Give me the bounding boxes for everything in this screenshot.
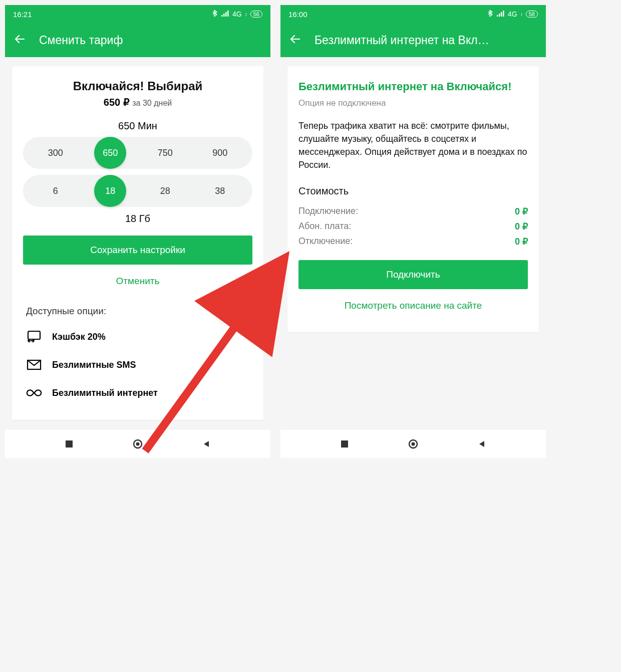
cost-label: Подключение: [298, 206, 358, 217]
option-label: Безлимитный интернет [52, 388, 158, 398]
nav-back-button[interactable] [477, 439, 487, 449]
minutes-label: 650 Мин [23, 120, 252, 132]
cost-label: Абон. плата: [298, 221, 351, 232]
option-sms[interactable]: Безлимитные SMS [23, 351, 252, 379]
svg-rect-3 [227, 11, 229, 17]
view-on-site-link[interactable]: Посмотреть описание на сайте [298, 292, 528, 319]
updown-icon: ↕ [520, 12, 523, 17]
app-bar: Сменить тариф [5, 23, 270, 57]
svg-rect-9 [497, 15, 498, 17]
option-cashback[interactable]: Кэшбэк 20% [23, 323, 252, 351]
svg-rect-1 [223, 14, 225, 17]
svg-rect-10 [499, 14, 500, 17]
infinity-icon [26, 386, 42, 400]
battery-icon: 56 [250, 11, 262, 18]
nav-back-button[interactable] [201, 439, 211, 449]
nav-home-button[interactable] [133, 439, 143, 449]
bluetooth-icon [213, 10, 218, 19]
nav-home-button[interactable] [408, 439, 418, 449]
svg-rect-13 [341, 440, 348, 447]
option-status: Опция не подключена [298, 98, 528, 108]
network-label: 4G [508, 10, 517, 18]
nav-recent-button[interactable] [64, 439, 74, 449]
svg-rect-11 [501, 12, 502, 17]
option-detail-card: Безлимитный интернет на Включайся! Опция… [287, 66, 539, 332]
status-indicators: 4G ↕ 58 [488, 10, 538, 19]
updown-icon: ↕ [245, 12, 247, 17]
gb-label: 18 Гб [23, 213, 252, 225]
minutes-option[interactable]: 750 [149, 137, 181, 169]
gb-option[interactable]: 38 [204, 175, 236, 207]
page-title: Сменить тариф [39, 34, 123, 47]
signal-icon [497, 10, 505, 18]
tariff-name: Включайся! Выбирай [23, 79, 252, 93]
nav-recent-button[interactable] [340, 439, 350, 449]
android-nav-bar [5, 429, 270, 458]
price-period: за 30 дней [132, 99, 172, 107]
cost-label: Отключение: [298, 236, 353, 247]
options-heading: Доступные опции: [26, 306, 252, 317]
back-icon[interactable] [289, 34, 300, 47]
save-button[interactable]: Сохранить настройки [23, 236, 252, 265]
gb-selector[interactable]: 6 18 28 38 [23, 175, 252, 207]
cost-row-disconnect: Отключение: 0 ₽ [298, 234, 528, 249]
status-bar: 16:00 4G ↕ 58 [280, 5, 546, 23]
connect-button[interactable]: Подключить [298, 260, 528, 289]
phone-left: 16:21 4G ↕ 56 Сменить тариф Включайся! В… [5, 5, 270, 458]
option-label: Безлимитные SMS [52, 360, 136, 370]
selector-block: 650 Мин 300 650 750 900 6 18 28 38 18 Гб [23, 120, 252, 225]
cost-value: 0 ₽ [515, 236, 528, 247]
option-unlimited-internet[interactable]: Безлимитный интернет [23, 379, 252, 407]
status-indicators: 4G ↕ 56 [213, 10, 262, 19]
bluetooth-icon [488, 10, 494, 19]
content-area: Безлимитный интернет на Включайся! Опция… [280, 57, 546, 429]
cost-value: 0 ₽ [515, 206, 528, 217]
cost-row-monthly: Абон. плата: 0 ₽ [298, 219, 528, 234]
svg-rect-6 [66, 440, 73, 447]
page-title: Безлимитный интернет на Вкл… [315, 34, 489, 47]
phone-right: 16:00 4G ↕ 58 Безлимитный интернет на Вк… [280, 5, 546, 458]
gb-option[interactable]: 28 [149, 175, 181, 207]
cost-row-connection: Подключение: 0 ₽ [298, 204, 528, 219]
battery-icon: 58 [526, 11, 538, 18]
status-bar: 16:21 4G ↕ 56 [5, 5, 270, 23]
option-title: Безлимитный интернет на Включайся! [298, 79, 528, 94]
svg-rect-4 [28, 331, 40, 339]
tariff-price: 650 ₽ за 30 дней [23, 96, 252, 108]
gb-option-selected[interactable]: 18 [94, 175, 126, 207]
app-bar: Безлимитный интернет на Вкл… [280, 23, 546, 57]
status-time: 16:21 [13, 10, 32, 19]
cancel-button[interactable]: Отменить [23, 268, 252, 295]
svg-point-15 [411, 442, 415, 445]
svg-point-8 [136, 442, 139, 445]
content-area: Включайся! Выбирай 650 ₽ за 30 дней 650 … [5, 57, 270, 429]
status-time: 16:00 [288, 10, 307, 19]
cost-heading: Стоимость [298, 185, 528, 197]
option-label: Кэшбэк 20% [52, 332, 106, 342]
sms-icon [26, 358, 42, 372]
price-value: 650 ₽ [104, 97, 130, 108]
minutes-option[interactable]: 300 [40, 137, 72, 169]
gb-option[interactable]: 6 [40, 175, 72, 207]
minutes-option[interactable]: 900 [204, 137, 236, 169]
svg-rect-2 [225, 12, 227, 17]
minutes-option-selected[interactable]: 650 [94, 137, 126, 169]
svg-rect-12 [503, 11, 504, 17]
cashback-icon [26, 330, 42, 344]
back-icon[interactable] [14, 34, 25, 47]
cost-value: 0 ₽ [515, 221, 528, 232]
option-description: Теперь трафика хватит на всё: смотрите ф… [298, 119, 528, 171]
svg-rect-0 [221, 15, 223, 17]
network-label: 4G [232, 10, 242, 18]
tariff-card: Включайся! Выбирай 650 ₽ за 30 дней 650 … [12, 66, 263, 420]
android-nav-bar [280, 429, 546, 458]
signal-icon [221, 10, 229, 18]
minutes-selector[interactable]: 300 650 750 900 [23, 137, 252, 169]
